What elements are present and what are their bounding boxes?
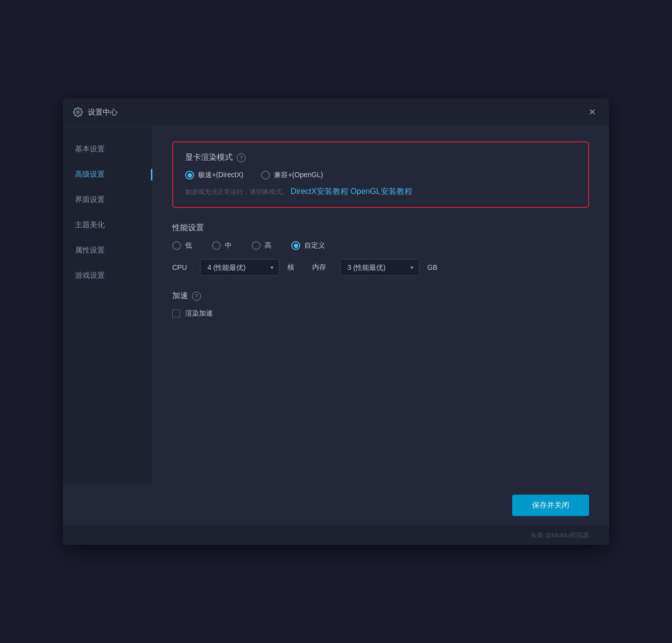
cpu-label: CPU bbox=[172, 263, 192, 271]
opengl-radio[interactable] bbox=[261, 171, 270, 180]
sidebar-item-game[interactable]: 游戏设置 bbox=[63, 263, 152, 288]
performance-section: 性能设置 低 中 高 bbox=[172, 223, 589, 276]
footer: 保存并关闭 bbox=[63, 485, 609, 526]
settings-window: 设置中心 ✕ 基本设置 高级设置 界面设置 主题美化 属性设置 游戏设置 显卡渲… bbox=[63, 98, 609, 545]
directx-radio[interactable] bbox=[185, 171, 194, 180]
gpu-render-help-icon[interactable]: ? bbox=[237, 153, 246, 162]
close-button[interactable]: ✕ bbox=[585, 105, 599, 119]
perf-medium-option[interactable]: 中 bbox=[212, 241, 232, 250]
render-accel-checkbox[interactable] bbox=[172, 310, 180, 318]
window-title: 设置中心 bbox=[88, 108, 585, 117]
perf-low-option[interactable]: 低 bbox=[172, 241, 192, 250]
cpu-dropdown[interactable]: 4 (性能最优) 2 6 8 bbox=[200, 259, 279, 276]
performance-title: 性能设置 bbox=[172, 223, 589, 233]
main-content: 基本设置 高级设置 界面设置 主题美化 属性设置 游戏设置 显卡渲染模式 ? 极… bbox=[63, 127, 609, 485]
settings-icon bbox=[73, 107, 83, 117]
gpu-render-title: 显卡渲染模式 ? bbox=[185, 152, 576, 163]
sidebar-item-theme[interactable]: 主题美化 bbox=[63, 212, 152, 238]
gpu-render-options: 极速+(DirectX) 兼容+(OpenGL) bbox=[185, 171, 576, 180]
acceleration-help-icon[interactable]: ? bbox=[192, 292, 201, 301]
cpu-dropdown-wrapper: 4 (性能最优) 2 6 8 bbox=[200, 259, 279, 276]
directx-tutorial-link[interactable]: DirectX安装教程 bbox=[290, 187, 348, 195]
sidebar-item-properties[interactable]: 属性设置 bbox=[63, 238, 152, 263]
performance-level-options: 低 中 高 自定义 bbox=[172, 241, 589, 250]
directx-option[interactable]: 极速+(DirectX) bbox=[185, 171, 243, 180]
render-accel-row: 渲染加速 bbox=[172, 309, 589, 318]
perf-high-radio[interactable] bbox=[252, 241, 261, 250]
opengl-tutorial-link[interactable]: OpenGL安装教程 bbox=[350, 187, 412, 195]
cpu-unit: 核 bbox=[287, 263, 294, 272]
save-close-button[interactable]: 保存并关闭 bbox=[512, 495, 589, 516]
memory-dropdown-wrapper: 3 (性能最优) 2 4 6 bbox=[340, 259, 419, 276]
perf-medium-radio[interactable] bbox=[212, 241, 221, 250]
sidebar: 基本设置 高级设置 界面设置 主题美化 属性设置 游戏设置 bbox=[63, 127, 152, 485]
sidebar-item-advanced[interactable]: 高级设置 bbox=[63, 162, 152, 187]
render-accel-label: 渲染加速 bbox=[185, 309, 213, 318]
perf-high-option[interactable]: 高 bbox=[252, 241, 271, 250]
gpu-render-hint: 如游戏无法正常运行，请切换模式。 DirectX安装教程 OpenGL安装教程 bbox=[185, 187, 576, 197]
acceleration-title: 加速 ? bbox=[172, 291, 589, 301]
opengl-option[interactable]: 兼容+(OpenGL) bbox=[261, 171, 323, 180]
acceleration-section: 加速 ? 渲染加速 bbox=[172, 291, 589, 318]
content-area: 显卡渲染模式 ? 极速+(DirectX) 兼容+(OpenGL) bbox=[152, 127, 609, 485]
perf-custom-option[interactable]: 自定义 bbox=[291, 241, 325, 250]
watermark: 头条 @MuMu模拟器 bbox=[63, 526, 609, 545]
perf-low-radio[interactable] bbox=[172, 241, 181, 250]
svg-point-0 bbox=[77, 111, 79, 114]
sidebar-item-interface[interactable]: 界面设置 bbox=[63, 187, 152, 212]
cpu-memory-row: CPU 4 (性能最优) 2 6 8 核 内存 3 (性能最优) bbox=[172, 259, 589, 276]
memory-unit: GB bbox=[427, 263, 437, 271]
gpu-render-section: 显卡渲染模式 ? 极速+(DirectX) 兼容+(OpenGL) bbox=[172, 141, 589, 208]
sidebar-item-basic[interactable]: 基本设置 bbox=[63, 136, 152, 162]
perf-custom-radio[interactable] bbox=[291, 241, 300, 250]
memory-label: 内存 bbox=[312, 263, 332, 272]
memory-dropdown[interactable]: 3 (性能最优) 2 4 6 bbox=[340, 259, 419, 276]
title-bar: 设置中心 ✕ bbox=[63, 98, 609, 127]
